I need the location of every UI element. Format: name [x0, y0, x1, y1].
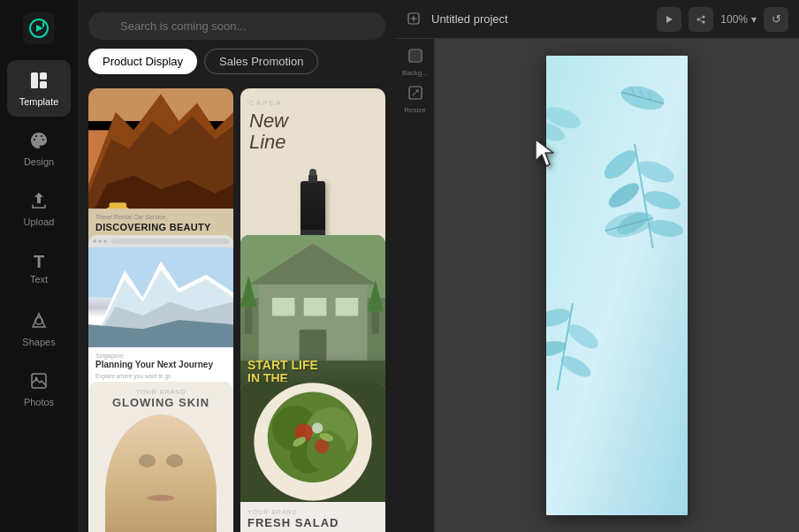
glowing-brand: YOUR BRAND [136, 389, 186, 395]
filter-chips: Product Display Sales Promotion [78, 49, 396, 85]
mountain-desc: Explore where you want to go [95, 373, 226, 380]
sidebar-item-design[interactable]: Design [7, 120, 71, 177]
background-icon [407, 48, 423, 67]
resize-icon [407, 85, 423, 104]
svg-point-45 [312, 422, 323, 433]
share-button[interactable] [689, 7, 713, 32]
mountain-title: Planning Your Next Journey [95, 360, 226, 370]
sidebar-item-text[interactable]: T Text [7, 240, 71, 297]
design-label: Design [24, 156, 54, 167]
template-card-salad[interactable]: YOUR BRAND FRESH SALAD ⤢ [240, 382, 385, 532]
text-label: Text [30, 274, 48, 285]
canvas-header: Untitled project 100% ▾ ↺ [396, 0, 799, 39]
template-icon [29, 71, 49, 93]
app-logo [21, 11, 57, 46]
svg-rect-54 [409, 49, 422, 62]
svg-rect-16 [110, 202, 126, 208]
play-button[interactable] [657, 7, 681, 32]
upload-icon [29, 191, 49, 213]
svg-point-44 [315, 439, 329, 453]
text-icon: T [34, 253, 44, 270]
svg-point-52 [703, 20, 705, 23]
svg-rect-3 [40, 81, 47, 88]
upload-label: Upload [24, 217, 55, 227]
zoom-value: 100% [720, 13, 748, 26]
canvas-body: Backg... Resize [396, 39, 799, 532]
svg-rect-34 [372, 311, 379, 334]
canvas-tools-panel: Backg... Resize [396, 39, 435, 532]
photos-icon [29, 371, 49, 393]
sidebar-item-shapes[interactable]: Shapes [7, 300, 71, 357]
glowing-title: GLOWING SKIN [112, 396, 209, 409]
salad-label: YOUR BRAND [247, 509, 378, 515]
newline-brand: CAPCA [249, 99, 377, 107]
templates-grid: Travel Rental Car Service DISCOVERING BE… [78, 85, 396, 532]
template-label: Template [19, 96, 59, 107]
canvas-controls: 100% ▾ ↺ [657, 7, 788, 32]
svg-marker-49 [666, 16, 673, 23]
design-icon [29, 131, 49, 153]
filter-product-display[interactable]: Product Display [88, 49, 197, 74]
filter-sales-promotion[interactable]: Sales Promotion [204, 49, 318, 74]
background-tool[interactable]: Backg... [400, 46, 431, 78]
svg-point-5 [35, 317, 42, 324]
resize-label: Resize [404, 106, 425, 114]
search-container [78, 0, 396, 49]
project-name: Untitled project [431, 12, 648, 26]
canvas-panel: Untitled project 100% ▾ ↺ [396, 0, 799, 532]
zoom-control: 100% ▾ [720, 13, 757, 26]
sidebar: Template Design Upload T Text Shape [0, 0, 78, 532]
svg-rect-30 [336, 298, 359, 316]
sidebar-item-photos[interactable]: Photos [7, 361, 71, 417]
canvas-document [546, 56, 688, 515]
svg-rect-29 [304, 298, 327, 316]
svg-rect-28 [272, 298, 295, 316]
project-icon [407, 11, 422, 27]
zoom-chevron: ▾ [751, 13, 757, 26]
resize-tool[interactable]: Resize [400, 83, 431, 115]
shapes-label: Shapes [22, 337, 55, 347]
salad-title: FRESH SALAD [247, 516, 378, 529]
svg-point-50 [703, 15, 705, 18]
svg-rect-32 [245, 307, 252, 334]
canvas-workspace[interactable] [435, 39, 799, 532]
photos-label: Photos [24, 397, 54, 407]
sidebar-item-upload[interactable]: Upload [7, 180, 71, 237]
newline-title: NewLine [249, 110, 377, 153]
travel-title: DISCOVERING BEAUTY [95, 222, 226, 232]
svg-rect-2 [40, 72, 47, 80]
svg-point-51 [697, 18, 700, 20]
shapes-icon [29, 311, 49, 333]
svg-rect-1 [31, 72, 38, 88]
sidebar-item-template[interactable]: Template [7, 60, 71, 117]
undo-button[interactable]: ↺ [764, 7, 788, 32]
background-label: Backg... [402, 69, 428, 77]
mountain-label: Singapore [95, 353, 226, 359]
template-panel: Product Display Sales Promotion [78, 0, 396, 532]
search-input[interactable] [88, 12, 385, 40]
travel-service-label: Travel Rental Car Service [95, 214, 226, 220]
template-card-glowingskin[interactable]: YOUR BRAND GLOWING SKIN ⤢ [88, 382, 233, 532]
